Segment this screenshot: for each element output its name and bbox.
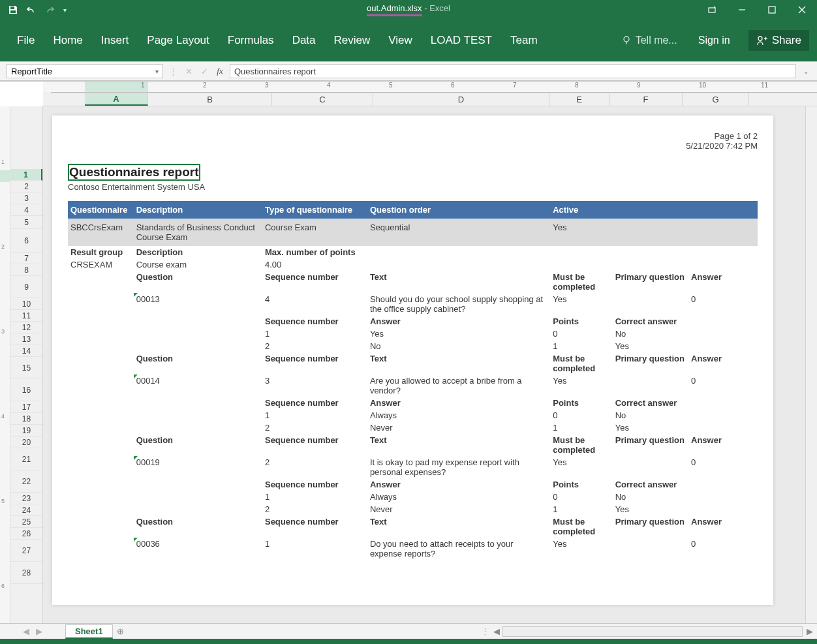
sheet-nav-next-button[interactable]: ▶ (36, 626, 42, 636)
tab-team[interactable]: Team (501, 30, 547, 51)
row-header-14[interactable]: 14 (10, 345, 42, 357)
row-header-24[interactable]: 24 (10, 504, 42, 516)
column-header-e[interactable]: E (549, 93, 609, 106)
column-header-b[interactable]: B (148, 93, 272, 106)
tab-page-layout[interactable]: Page Layout (138, 30, 218, 51)
row-header-15[interactable]: 15 (10, 357, 42, 379)
row-headers[interactable]: 1234567891011121314151617181920212223242… (10, 106, 43, 623)
title-bar: ▾ out.Admin.xlsx - Excel (0, 0, 817, 20)
svg-point-9 (758, 37, 762, 40)
row-header-27[interactable]: 27 (10, 540, 42, 562)
sheet-tab-sheet1[interactable]: Sheet1 (65, 624, 113, 639)
row-header-4[interactable]: 4 (10, 204, 42, 216)
lightbulb-icon (621, 35, 632, 46)
ribbon-display-options-button[interactable] (697, 0, 727, 20)
name-box-value: ReportTitle (11, 67, 52, 76)
svg-point-7 (624, 37, 629, 42)
formula-input[interactable]: Questionnaires report (230, 64, 796, 78)
tab-review[interactable]: Review (325, 30, 380, 51)
tab-load-test[interactable]: LOAD TEST (422, 30, 501, 51)
minimize-button[interactable] (727, 0, 757, 20)
column-header-a[interactable]: A (85, 93, 148, 106)
column-header-c[interactable]: C (272, 93, 373, 106)
row-header-8[interactable]: 8 (10, 264, 42, 276)
row-header-28[interactable]: 28 (10, 562, 42, 584)
maximize-button[interactable] (757, 0, 787, 20)
row-header-1[interactable]: 1 (10, 169, 42, 181)
enter-formula-button[interactable]: ✓ (200, 67, 209, 76)
row-header-6[interactable]: 6 (10, 229, 42, 253)
column-header-f[interactable]: F (609, 93, 683, 106)
row-header-23[interactable]: 23 (10, 493, 42, 504)
vertical-scrollbar[interactable] (805, 106, 817, 623)
row-header-13[interactable]: 13 (10, 333, 42, 345)
formula-bar: ReportTitle ▾ ⋮ ✕ ✓ fx Questionnaires re… (0, 61, 817, 81)
redo-icon (44, 5, 55, 15)
sheet-tab-bar: ◀ ▶ Sheet1 ⊕ ⋮ ◀ ▶ (0, 623, 817, 639)
expand-formula-bar-button[interactable]: ⌄ (801, 68, 810, 75)
undo-button[interactable] (23, 2, 39, 18)
horizontal-ruler: 1234567891011 (43, 82, 817, 93)
column-header-g[interactable]: G (683, 93, 749, 106)
svg-rect-2 (709, 8, 715, 12)
row-header-22[interactable]: 22 (10, 470, 42, 493)
chevron-down-icon[interactable]: ▾ (155, 68, 159, 75)
tab-file[interactable]: File (8, 30, 44, 51)
row-header-2[interactable]: 2 (10, 181, 42, 192)
scroll-left-button[interactable]: ◀ (493, 626, 500, 636)
row-header-16[interactable]: 16 (10, 379, 42, 401)
tab-insert[interactable]: Insert (92, 30, 138, 51)
name-box[interactable]: ReportTitle ▾ (7, 64, 163, 78)
close-icon (798, 6, 806, 14)
save-button[interactable] (5, 2, 21, 18)
row-header-18[interactable]: 18 (10, 413, 42, 425)
status-bar (0, 639, 817, 644)
qat-customize-button[interactable]: ▾ (60, 2, 69, 18)
formula-value: Questionnaires report (234, 67, 316, 76)
row-header-20[interactable]: 20 (10, 437, 42, 448)
svg-rect-1 (10, 10, 16, 13)
tab-formulas[interactable]: Formulas (219, 30, 283, 51)
tell-me-search[interactable]: Tell me... (621, 35, 677, 46)
row-header-10[interactable]: 10 (10, 298, 42, 310)
redo-button[interactable] (42, 2, 57, 18)
scroll-right-button[interactable]: ▶ (807, 626, 813, 636)
row-header-5[interactable]: 5 (10, 216, 42, 229)
close-button[interactable] (787, 0, 817, 20)
row-header-25[interactable]: 25 (10, 516, 42, 528)
tab-view[interactable]: View (379, 30, 422, 51)
row-header-12[interactable]: 12 (10, 322, 42, 333)
active-cell[interactable]: Questionnaires report (68, 164, 200, 181)
ribbon-options-icon (708, 6, 716, 14)
page: Page 1 of 2 5/21/2020 7:42 PM Questionna… (52, 115, 773, 605)
share-button[interactable]: Share (748, 30, 809, 51)
window-title: out.Admin.xlsx - Excel (0, 3, 817, 16)
svg-rect-0 (10, 7, 14, 9)
new-sheet-button[interactable]: ⊕ (113, 626, 129, 636)
row-header-3[interactable]: 3 (10, 192, 42, 204)
row-header-21[interactable]: 21 (10, 448, 42, 470)
worksheet-area: 1234567891011 ABCDEFG 123456 12345678910… (0, 81, 817, 639)
horizontal-scrollbar[interactable] (502, 626, 803, 637)
row-header-17[interactable]: 17 (10, 401, 42, 413)
row-header-9[interactable]: 9 (10, 276, 42, 298)
maximize-icon (768, 6, 776, 14)
sign-in-button[interactable]: Sign in (689, 31, 739, 50)
undo-icon (26, 5, 37, 15)
vertical-ruler: 123456 (0, 106, 10, 623)
report-table: QuestionnaireDescriptionType of question… (68, 201, 758, 560)
row-header-11[interactable]: 11 (10, 310, 42, 322)
column-headers[interactable]: ABCDEFG (43, 93, 817, 106)
column-header-d[interactable]: D (373, 93, 549, 106)
insert-function-button[interactable]: fx (215, 66, 224, 76)
report-title: Questionnaires report (69, 165, 199, 179)
sheet-nav-prev-button[interactable]: ◀ (23, 626, 29, 636)
page-canvas[interactable]: Page 1 of 2 5/21/2020 7:42 PM Questionna… (43, 106, 817, 623)
row-header-26[interactable]: 26 (10, 528, 42, 540)
cancel-formula-button[interactable]: ✕ (184, 67, 193, 76)
tab-data[interactable]: Data (283, 30, 325, 51)
row-header-19[interactable]: 19 (10, 425, 42, 437)
row-header-7[interactable]: 7 (10, 253, 42, 264)
tab-home[interactable]: Home (44, 30, 91, 51)
ribbon: File HomeInsertPage LayoutFormulasDataRe… (0, 20, 817, 61)
